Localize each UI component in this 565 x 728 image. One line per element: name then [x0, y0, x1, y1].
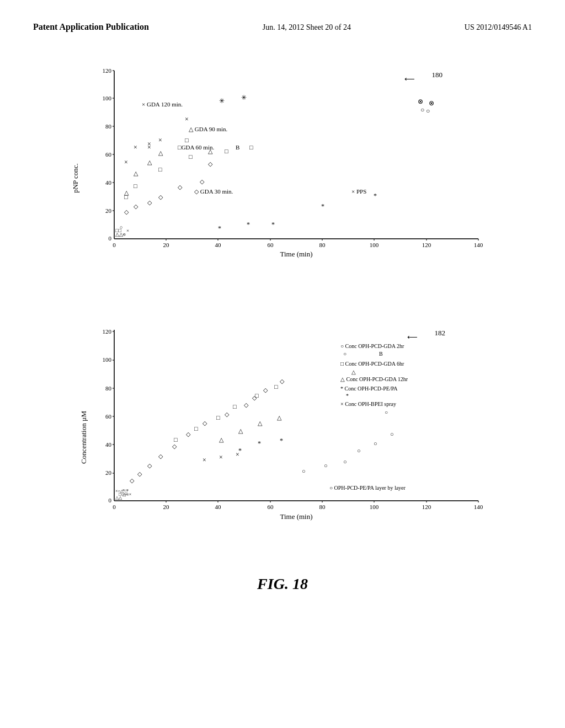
svg-text:□: □ [124, 194, 128, 200]
svg-text:×: × [126, 228, 129, 233]
svg-text:△: △ [147, 159, 152, 165]
svg-text:⊗: ⊗ [418, 98, 423, 105]
svg-text:×: × [219, 453, 223, 461]
svg-text:□: □ [216, 414, 220, 421]
svg-text:120: 120 [422, 242, 431, 248]
svg-text:□: □ [134, 183, 137, 189]
svg-text:□: □ [255, 392, 259, 399]
svg-text:○ Conc OPH-PCD-GDA 2hr: ○ Conc OPH-PCD-GDA 2hr [340, 343, 404, 349]
svg-text:△ Conc OPH-PCD-GDA 12hr: △ Conc OPH-PCD-GDA 12hr [340, 376, 408, 382]
svg-text:△: △ [258, 420, 263, 426]
svg-text:*: * [321, 202, 324, 210]
svg-text:0: 0 [113, 504, 116, 510]
svg-text:140: 140 [474, 242, 483, 248]
svg-text:◇: ◇ [263, 387, 268, 393]
charts-container: 180 ⟵ pNP conc. 0 20 40 60 80 [0, 38, 565, 593]
svg-text:*: * [258, 440, 261, 447]
svg-text:*: * [126, 489, 129, 494]
svg-text:100: 100 [370, 504, 379, 510]
publication-date-sheet: Jun. 14, 2012 Sheet 20 of 24 [263, 23, 351, 32]
svg-text:◇: ◇ [134, 203, 138, 210]
svg-text:□: □ [174, 436, 178, 443]
svg-text:◇: ◇ [202, 420, 207, 426]
svg-text:□: □ [225, 148, 228, 154]
svg-text:40: 40 [215, 242, 222, 248]
svg-text:⊗: ⊗ [429, 99, 434, 107]
svg-text:✳: ✳ [241, 94, 247, 101]
svg-text:◇: ◇ [147, 462, 152, 469]
chart2-svg: 0 20 40 60 80 100 120 0 20 40 60 80 100 [92, 327, 484, 531]
svg-text:100: 100 [370, 242, 379, 248]
svg-text:80: 80 [105, 123, 112, 130]
svg-text:○: ○ [343, 458, 347, 465]
svg-text:Time (min): Time (min) [280, 512, 312, 521]
svg-text:*: * [247, 221, 250, 228]
svg-text:◇: ◇ [186, 431, 191, 437]
svg-text:60: 60 [268, 242, 274, 248]
chart1-y-label: pNP conc. [71, 163, 80, 193]
chart1-svg: 0 20 40 60 80 100 120 0 2 [92, 68, 484, 261]
svg-text:△: △ [219, 436, 224, 443]
svg-text:×: × [202, 456, 206, 464]
svg-text:120: 120 [103, 68, 112, 74]
svg-text:○: ○ [426, 107, 430, 115]
svg-text:◇: ◇ [225, 411, 230, 417]
svg-text:×: × [147, 140, 151, 148]
svg-text:□ Conc OPH-PCD-GDA 6hr: □ Conc OPH-PCD-GDA 6hr [340, 361, 404, 367]
svg-text:□: □ [194, 425, 198, 432]
svg-text:○: ○ [420, 106, 424, 114]
svg-text:80: 80 [319, 504, 326, 510]
svg-text:×: × [236, 451, 239, 458]
svg-text:△: △ [351, 369, 356, 375]
svg-text:△: △ [277, 414, 282, 421]
svg-text:× Conc OPH-BPEI spray: × Conc OPH-BPEI spray [340, 401, 396, 407]
svg-text:○: ○ [343, 351, 347, 357]
svg-text:*: * [346, 393, 349, 399]
svg-text:20: 20 [105, 469, 112, 476]
svg-text:60: 60 [105, 151, 112, 158]
svg-text:40: 40 [215, 504, 222, 510]
svg-text:× PPS: × PPS [351, 188, 366, 195]
svg-text:60: 60 [268, 504, 274, 510]
svg-text:80: 80 [105, 385, 112, 392]
svg-text:△: △ [208, 148, 213, 154]
svg-text:○: ○ [324, 462, 328, 469]
svg-text:*: * [218, 224, 221, 232]
svg-text:◇: ◇ [137, 470, 142, 477]
svg-text:○: ○ [390, 431, 394, 437]
svg-text:0: 0 [109, 235, 112, 242]
chart-2: 182 ⟵ Concentration µM 0 20 40 60 80 100… [56, 319, 509, 556]
svg-text:□: □ [189, 153, 193, 160]
figure-caption: FIG. 18 [257, 575, 308, 593]
svg-text:○: ○ [357, 447, 361, 454]
svg-text:×: × [124, 158, 128, 166]
svg-text:△: △ [238, 427, 243, 434]
svg-text:△ GDA 90 min.: △ GDA 90 min. [189, 126, 228, 132]
svg-text:B: B [379, 351, 383, 357]
svg-text:60: 60 [105, 413, 112, 420]
svg-text:0: 0 [113, 242, 116, 248]
svg-text:×: × [185, 115, 189, 123]
svg-text:100: 100 [103, 356, 112, 363]
svg-text:◇: ◇ [172, 443, 177, 449]
svg-text:120: 120 [103, 328, 112, 335]
page-header: Patent Application Publication Jun. 14, … [0, 0, 565, 38]
svg-text:◇: ◇ [244, 402, 249, 408]
svg-text:B: B [236, 144, 239, 151]
svg-text:○: ○ [302, 468, 306, 474]
svg-text:×: × [158, 136, 162, 144]
svg-text:× GDA 120 min.: × GDA 120 min. [142, 101, 183, 108]
svg-text:□: □ [274, 383, 278, 390]
svg-text:80: 80 [319, 242, 326, 248]
publication-title: Patent Application Publication [33, 22, 149, 32]
svg-text:◇: ◇ [130, 477, 135, 484]
svg-text:100: 100 [103, 95, 112, 101]
svg-text:□: □ [233, 403, 237, 410]
svg-text:✳: ✳ [219, 97, 225, 105]
svg-text:◇: ◇ [158, 453, 163, 459]
svg-text:◇ GDA 30 min.: ◇ GDA 30 min. [194, 188, 233, 195]
svg-text:120: 120 [422, 504, 431, 510]
chart2-y-label: Concentration µM [79, 411, 88, 464]
svg-text:□: □ [249, 144, 253, 151]
svg-text:◇: ◇ [208, 160, 213, 167]
